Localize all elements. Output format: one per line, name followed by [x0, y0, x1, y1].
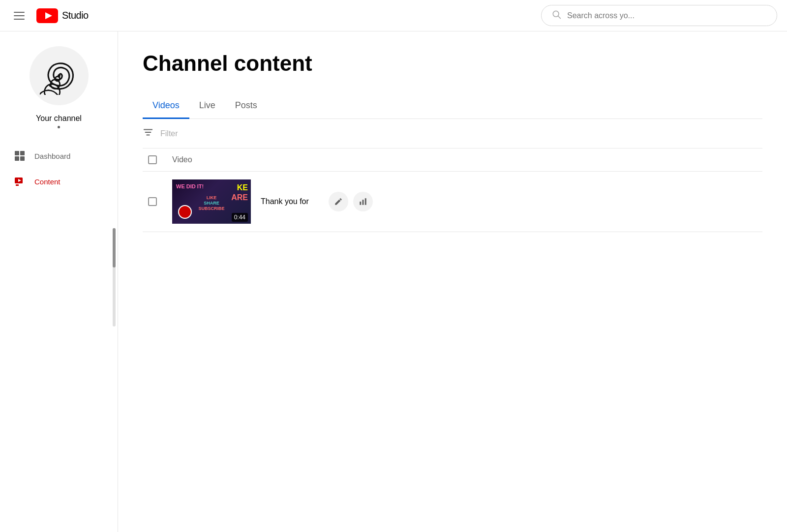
filter-row: Filter [143, 119, 762, 148]
search-icon [551, 9, 561, 22]
logo-text: Studio [62, 10, 89, 21]
video-col-header: Video [172, 155, 192, 164]
sidebar-item-dashboard[interactable]: Dashboard [0, 143, 118, 169]
row-checkbox-container [143, 197, 162, 206]
main-content: Channel content Videos Live Posts Fi [118, 31, 787, 532]
channel-avatar[interactable] [30, 46, 89, 105]
duration-badge: 0:44 [232, 213, 248, 222]
thumb-avatar-face [178, 205, 192, 219]
video-actions [329, 192, 373, 211]
select-all-checkbox[interactable] [148, 155, 157, 164]
tab-live[interactable]: Live [189, 93, 225, 119]
thumb-text-wedid: WE DID IT! [176, 183, 204, 189]
youtube-logo-icon [36, 8, 58, 23]
svg-rect-6 [15, 156, 19, 161]
sidebar-item-content[interactable]: Content [0, 169, 118, 194]
svg-rect-15 [362, 200, 363, 205]
sidebar-nav: Dashboard Content [0, 143, 118, 194]
dashboard-label: Dashboard [34, 152, 70, 160]
layout: Your channel Dashboard [0, 31, 787, 532]
tab-videos[interactable]: Videos [143, 93, 189, 119]
header-left: Studio [10, 8, 89, 24]
header: Studio [0, 0, 787, 31]
thumb-text-ke: KE [237, 183, 248, 192]
thumb-lss: LIKE SHARE SUBSCRIBE [198, 195, 224, 211]
scrollbar-track[interactable] [113, 228, 116, 326]
thumb-text-are: ARE [231, 193, 248, 202]
content-icon [14, 176, 26, 187]
row-checkbox[interactable] [148, 197, 157, 206]
svg-rect-4 [15, 151, 19, 155]
filter-icon [143, 127, 153, 140]
hamburger-line-2 [14, 15, 25, 16]
sidebar: Your channel Dashboard [0, 31, 118, 532]
page-title: Channel content [143, 51, 762, 76]
edit-button[interactable] [329, 192, 348, 211]
table-row: WE DID IT! KE LIKE SHARE SUBSCRIBE ARE 0… [143, 172, 762, 232]
svg-rect-10 [16, 184, 19, 186]
search-input[interactable] [567, 11, 767, 20]
scrollbar-thumb [113, 228, 116, 267]
svg-rect-16 [365, 198, 366, 205]
dashboard-icon [14, 150, 26, 162]
svg-line-3 [558, 16, 561, 19]
menu-button[interactable] [10, 8, 29, 24]
svg-rect-14 [360, 202, 361, 205]
tab-posts[interactable]: Posts [225, 93, 267, 119]
table-header: Video [143, 148, 762, 172]
tabs-row: Videos Live Posts [143, 93, 762, 119]
video-title: Thank you for [261, 197, 309, 206]
spiral-icon [40, 57, 78, 95]
hamburger-line-1 [14, 12, 25, 13]
analytics-button[interactable] [353, 192, 373, 211]
video-thumbnail[interactable]: WE DID IT! KE LIKE SHARE SUBSCRIBE ARE 0… [172, 179, 251, 224]
svg-rect-7 [20, 156, 25, 161]
hamburger-line-3 [14, 19, 25, 20]
filter-label[interactable]: Filter [160, 129, 178, 138]
header-search [541, 5, 777, 26]
channel-dot [58, 126, 60, 128]
content-label: Content [34, 177, 61, 186]
svg-rect-5 [20, 151, 25, 155]
select-all-checkbox-container [143, 155, 162, 164]
logo-container: Studio [36, 8, 89, 23]
search-box [541, 5, 777, 26]
channel-name: Your channel [36, 114, 82, 123]
